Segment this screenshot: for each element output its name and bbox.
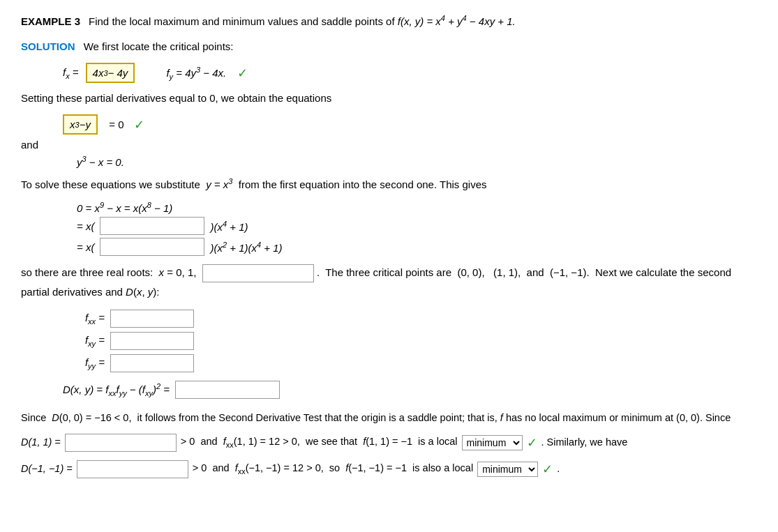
solution-intro: We first locate the critical points:	[84, 40, 234, 52]
fyy-row: fyy =	[63, 354, 757, 372]
example-label: EXAMPLE 3	[21, 15, 80, 27]
d1-row: D(1, 1) = > 0 and fxx(1, 1) = 12 > 0, we…	[21, 431, 757, 455]
derive-block: 0 = x9 − x = x(x8 − 1) = x( )(x4 + 1) = …	[21, 201, 757, 256]
checkmark-1: ✓	[237, 66, 248, 81]
derive-suffix-3: )(x2 + 1)(x4 + 1)	[210, 241, 282, 254]
input-factor-2[interactable]	[100, 238, 204, 256]
fxx-label: fxx =	[63, 312, 105, 326]
fxy-row: fxy =	[63, 332, 757, 350]
eq1-framed: x3 − y	[63, 114, 98, 135]
eq1-display: x3 − y = 0 ✓	[63, 114, 757, 135]
example-header: EXAMPLE 3 Find the local maximum and min…	[21, 14, 757, 27]
dxy-input[interactable]	[175, 381, 280, 399]
substitute-section: To solve these equations we substitute y…	[21, 175, 757, 194]
solution-label: SOLUTION	[21, 40, 75, 52]
example-text: Find the local maximum and minimum value…	[89, 14, 516, 27]
roots-line: so there are three real roots: x = 0, 1,…	[21, 263, 757, 301]
derive-prefix-3: = x(	[77, 241, 94, 253]
fx-label: fx =	[63, 66, 79, 80]
y3-line: y3 − x = 0.	[77, 155, 757, 168]
solution-section: SOLUTION We first locate the critical po…	[21, 37, 757, 56]
fy-expr: fy = 4y3 − 4x.	[166, 66, 226, 81]
d1-input[interactable]	[65, 434, 177, 452]
partials-section: fxx = fxy = fyy =	[63, 310, 757, 372]
derive-line-1: 0 = x9 − x = x(x8 − 1)	[77, 201, 757, 214]
dropdown-1[interactable]: minimum maximum	[462, 435, 523, 450]
derive-expr-1: 0 = x9 − x = x(x8 − 1)	[77, 201, 172, 214]
derive-line-3: = x( )(x2 + 1)(x4 + 1)	[77, 238, 757, 256]
dm1-row: D(−1, −1) = > 0 and fxx(−1, −1) = 12 > 0…	[21, 457, 757, 481]
period: .	[557, 459, 560, 479]
dm1-middle: > 0 and fxx(−1, −1) = 12 > 0, so f(−1, −…	[193, 459, 473, 479]
fyy-label: fyy =	[63, 356, 105, 370]
dm1-label: D(−1, −1) =	[21, 459, 73, 479]
checkmark-2: ✓	[134, 117, 144, 132]
d1-middle: > 0 and fxx(1, 1) = 12 > 0, we see that …	[181, 432, 458, 453]
dropdown-2[interactable]: minimum maximum	[477, 462, 538, 477]
dm1-input[interactable]	[77, 460, 188, 478]
derive-prefix-2: = x(	[77, 220, 94, 232]
input-root-3[interactable]	[202, 264, 314, 282]
fxx-input[interactable]	[110, 310, 194, 328]
since-line-1: Since D(0, 0) = −16 < 0, it follows from…	[21, 409, 757, 428]
and-text: and	[21, 139, 757, 151]
input-factor-1[interactable]	[100, 217, 204, 235]
fxx-row: fxx =	[63, 310, 757, 328]
fyy-input[interactable]	[110, 354, 194, 372]
similarly: . Similarly, we have	[541, 433, 628, 453]
d1-label: D(1, 1) =	[21, 433, 61, 453]
fx-framed: 4x3 − 4y	[86, 63, 135, 83]
dxy-row: D(x, y) = fxxfyy − (fxy)2 =	[63, 381, 757, 399]
dxy-label: D(x, y) = fxxfyy − (fxy)2 =	[63, 382, 170, 397]
checkmark-4: ✓	[542, 457, 553, 481]
partial-eq-intro: Setting these partial derivatives equal …	[21, 89, 757, 107]
fxy-label: fxy =	[63, 334, 105, 348]
derive-suffix-2: )(x4 + 1)	[210, 220, 248, 233]
bottom-section: Since D(0, 0) = −16 < 0, it follows from…	[21, 409, 757, 481]
function-expr: f(x, y) = x4 + y4 − 4xy + 1.	[398, 15, 516, 27]
fxy-input[interactable]	[110, 332, 194, 350]
sub-y: y = x3	[206, 178, 232, 190]
derive-line-2: = x( )(x4 + 1)	[77, 217, 757, 235]
checkmark-3: ✓	[527, 431, 537, 455]
fx-block: fx = 4x3 − 4y fy = 4y3 − 4x. ✓	[63, 63, 757, 83]
eq1-suffix: = 0	[103, 119, 124, 130]
